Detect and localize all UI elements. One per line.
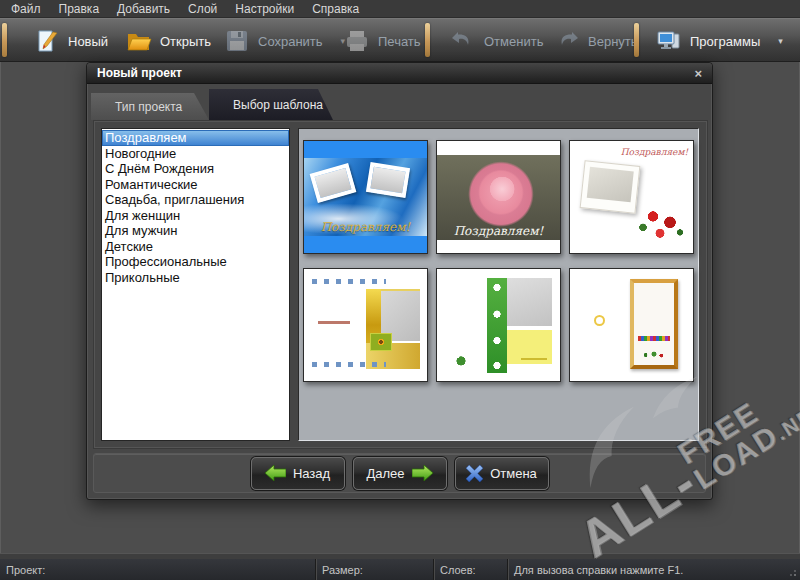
toolbar-separator [634, 23, 639, 57]
template-thumbnail-5[interactable] [436, 268, 561, 382]
category-item[interactable]: Профессиональные [102, 254, 289, 270]
menu-item[interactable]: Справка [303, 1, 368, 17]
wizard-button-panel: Назад Далее Отмена [93, 453, 706, 493]
dialog-title-bar: Новый проект × [87, 63, 712, 84]
ring-art [594, 315, 605, 326]
tab-label: Выбор шаблона [233, 98, 323, 112]
category-item[interactable]: Поздравляем [102, 130, 289, 146]
decorative-text-mark [638, 336, 670, 341]
category-list[interactable]: ПоздравляемНовогодниеС Днём РожденияРома… [101, 128, 290, 441]
yellow-panel [507, 330, 552, 364]
flower-art [451, 351, 471, 367]
redo-button[interactable]: Вернуть [550, 19, 642, 63]
programs-button-label: Программы [690, 34, 760, 49]
bead-border [312, 279, 386, 284]
print-button-label: Печать [378, 34, 421, 49]
menu-item[interactable]: Настройки [226, 1, 303, 17]
status-bar: Проект: Размер: Слоев: Для вызова справк… [0, 559, 800, 580]
dialog-content: ПоздравляемНовогодниеС Днём РожденияРома… [93, 120, 708, 449]
template-2-art: Поздравляем! [437, 155, 560, 240]
template-thumbnail-2[interactable]: Поздравляем! [436, 140, 561, 254]
new-button-label: Новый [68, 34, 108, 49]
category-item[interactable]: Новогодние [102, 146, 289, 162]
dialog-close-icon[interactable]: × [694, 67, 702, 80]
tab-label: Тип проекта [115, 100, 182, 114]
new-button[interactable]: Новый [30, 19, 112, 63]
cancel-button[interactable]: Отмена [455, 457, 549, 490]
print-icon [344, 28, 370, 54]
cancel-button-label: Отмена [490, 466, 537, 481]
roses-art [637, 203, 687, 245]
watermark-text: .NET [771, 395, 800, 444]
status-project: Проект: [0, 559, 316, 580]
new-project-dialog: Новый проект × Тип проекта Выбор шаблона… [86, 62, 713, 500]
template-thumbnail-1[interactable]: Поздравляем! [303, 140, 428, 254]
tab-template-choice[interactable]: Выбор шаблона [209, 89, 333, 120]
next-button[interactable]: Далее [353, 457, 447, 490]
redo-button-label: Вернуть [588, 34, 638, 49]
back-button-label: Назад [293, 466, 330, 481]
menu-item[interactable]: Файл [2, 1, 50, 17]
template-thumbnail-3[interactable]: Поздравляем! [569, 140, 694, 254]
save-button-label: Сохранить [258, 34, 323, 49]
save-button[interactable]: Сохранить ▾ [220, 19, 349, 63]
menu-item[interactable]: Правка [50, 1, 109, 17]
dialog-tabs: Тип проекта Выбор шаблона [91, 89, 333, 120]
gold-frame [630, 279, 678, 369]
photo-frame [366, 162, 410, 198]
status-size: Размер: [316, 559, 434, 580]
undo-button-label: Отменить [484, 34, 543, 49]
toolbar-separator [425, 23, 430, 57]
polaroid-frame [580, 160, 641, 214]
template-1-caption: Поздравляем! [304, 220, 427, 234]
undo-icon [450, 28, 476, 54]
dialog-title: Новый проект [97, 66, 694, 80]
app-window: ФайлПравкаДобавитьСлойНастройкиСправка Н… [0, 0, 800, 580]
open-folder-icon [126, 28, 152, 54]
toolbar: Новый Открыть Сохранить ▾ [0, 18, 800, 62]
daisy-strip [487, 278, 507, 373]
menu-item[interactable]: Добавить [108, 1, 179, 17]
open-button-label: Открыть [160, 34, 211, 49]
template-thumbnail-6[interactable] [569, 268, 694, 382]
arrow-left-icon [265, 465, 286, 481]
template-3-caption: Поздравляем! [621, 147, 688, 157]
save-floppy-icon [224, 28, 250, 54]
template-thumbnail-4[interactable] [303, 268, 428, 382]
resize-grip[interactable] [786, 559, 800, 580]
arrow-right-icon [412, 465, 433, 481]
programs-dropdown-caret[interactable]: ▾ [778, 36, 783, 46]
cancel-x-icon [466, 465, 483, 482]
programs-button[interactable]: Программы ▾ [652, 19, 787, 63]
category-item[interactable]: Прикольные [102, 270, 289, 286]
decorative-text-mark [318, 321, 350, 324]
template-2-caption: Поздравляем! [437, 224, 560, 238]
category-item[interactable]: Романтические [102, 177, 289, 193]
status-help: Для вызова справки нажмите F1. [508, 559, 786, 580]
back-button[interactable]: Назад [251, 457, 345, 490]
undo-button[interactable]: Отменить [446, 19, 547, 63]
category-item[interactable]: Свадьба, приглашения [102, 192, 289, 208]
redo-icon [554, 28, 580, 54]
template-1-art: Поздравляем! [304, 158, 427, 236]
new-document-icon [34, 28, 60, 54]
next-button-label: Далее [366, 466, 404, 481]
programs-computer-icon [656, 28, 682, 54]
open-button[interactable]: Открыть [122, 19, 215, 63]
toolbar-edge-stripe [2, 23, 7, 57]
sunflower-art [370, 333, 392, 351]
tab-project-type[interactable]: Тип проекта [91, 93, 209, 120]
print-button[interactable]: Печать [340, 19, 425, 63]
category-item[interactable]: Детские [102, 239, 289, 255]
status-layers: Слоев: [434, 559, 508, 580]
bead-border [312, 362, 386, 367]
category-item[interactable]: Для женщин [102, 208, 289, 224]
photo-placeholder [507, 278, 552, 326]
menu-item[interactable]: Слой [179, 1, 226, 17]
menu-bar: ФайлПравкаДобавитьСлойНастройкиСправка [0, 0, 800, 18]
category-item[interactable]: С Днём Рождения [102, 161, 289, 177]
sprig-art [640, 349, 668, 361]
category-item[interactable]: Для мужчин [102, 223, 289, 239]
template-thumbnails-panel: Поздравляем! Поздравляем! Поздравляем! [298, 128, 699, 441]
